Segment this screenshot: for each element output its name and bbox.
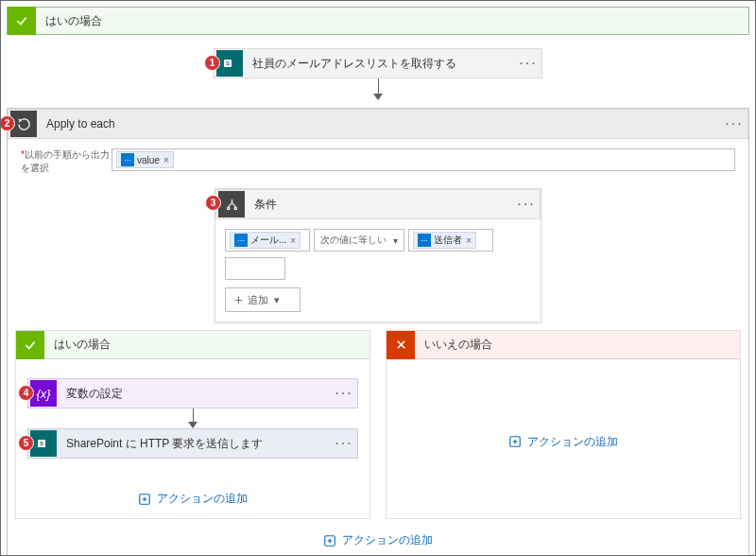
arrow-down-icon: [373, 78, 383, 100]
remove-token-icon[interactable]: ×: [163, 155, 169, 165]
svg-point-2: [227, 207, 230, 210]
condition-icon: [218, 191, 245, 217]
token-text: value: [137, 155, 160, 165]
field-label: *以前の手順から出力を選択: [21, 148, 112, 175]
condition-title: 条件: [247, 197, 513, 213]
sharepoint-icon: S: [30, 430, 57, 457]
add-action-link[interactable]: アクションの追加: [138, 491, 248, 507]
add-action-label: アクションの追加: [342, 532, 433, 548]
more-icon[interactable]: ···: [331, 435, 357, 452]
step-title: 社員のメールアドレスリストを取得する: [245, 56, 515, 72]
outer-yes-label: はいの場合: [36, 13, 102, 29]
condition-row: ⋯ メール... × 次の値に等しい ▾ ⋯ 送信者: [225, 229, 531, 252]
add-condition-button[interactable]: 追加 ▾: [225, 287, 301, 312]
condition-right-input[interactable]: ⋯ 送信者 ×: [408, 229, 493, 252]
condition-header[interactable]: 条件 ···: [215, 189, 541, 219]
step-title: 変数の設定: [59, 386, 331, 402]
check-icon: [16, 331, 44, 359]
add-action-label: アクションの追加: [157, 491, 248, 507]
branch-yes-label: はいの場合: [44, 337, 111, 353]
condition-card: 条件 ··· ⋯ メール... × 次の値に等しい: [215, 188, 541, 322]
dynamic-content-icon: ⋯: [121, 153, 134, 166]
condition-left-input[interactable]: ⋯ メール... ×: [225, 229, 310, 252]
branch-no: いいえの場合 アクションの追加: [386, 330, 741, 519]
branch-yes: はいの場合 4 {x} 変数の設定 ··· 5: [15, 330, 370, 519]
branch-yes-header: はいの場合: [16, 331, 369, 359]
token-sender[interactable]: ⋯ 送信者 ×: [413, 232, 476, 249]
more-icon[interactable]: ···: [721, 115, 747, 132]
add-action-link[interactable]: アクションの追加: [323, 532, 433, 548]
remove-token-icon[interactable]: ×: [290, 235, 296, 246]
svg-text:S: S: [226, 61, 230, 66]
token-text: メール...: [250, 234, 286, 247]
remove-token-icon[interactable]: ×: [466, 235, 472, 246]
token-value[interactable]: ⋯ value ×: [116, 151, 174, 168]
step-get-employee-emails[interactable]: 1 S 社員のメールアドレスリストを取得する ···: [214, 48, 542, 78]
more-icon[interactable]: ···: [331, 385, 357, 402]
apply-to-each-container: 2 Apply to each ··· *以前の手順から出力を選択 ⋯ valu…: [7, 108, 749, 556]
check-icon: [8, 7, 36, 35]
operator-text: 次の値に等しい: [320, 234, 387, 247]
add-label: 追加: [248, 293, 268, 307]
variable-icon: {x}: [30, 380, 57, 407]
branch-no-header: いいえの場合: [387, 331, 740, 359]
add-action-label: アクションの追加: [527, 434, 618, 450]
apply-to-each-header[interactable]: Apply to each ···: [8, 109, 748, 139]
add-action-link[interactable]: アクションの追加: [508, 434, 618, 450]
outer-yes-header: はいの場合: [7, 7, 749, 35]
arrow-down-icon: [188, 408, 198, 428]
marker-3: 3: [205, 195, 221, 211]
step-sharepoint-http[interactable]: 5 S SharePoint に HTTP 要求を送信します ···: [27, 428, 358, 459]
marker-1: 1: [204, 55, 220, 71]
step-title: SharePoint に HTTP 要求を送信します: [59, 436, 331, 452]
svg-text:S: S: [40, 441, 43, 446]
chevron-down-icon: ▾: [393, 235, 398, 246]
token-email[interactable]: ⋯ メール... ×: [230, 232, 301, 249]
chevron-down-icon: ▾: [274, 294, 280, 306]
more-icon[interactable]: ···: [515, 55, 541, 72]
more-icon[interactable]: ···: [513, 196, 540, 213]
marker-4: 4: [18, 385, 34, 401]
foreach-output-input[interactable]: ⋯ value ×: [112, 148, 735, 171]
flow-canvas: はいの場合 1 S 社員のメールアドレスリストを取得する ··· 2 Apply…: [0, 0, 756, 556]
token-text: 送信者: [434, 234, 462, 247]
close-icon: [387, 331, 415, 359]
condition-branches: はいの場合 4 {x} 変数の設定 ··· 5: [8, 322, 748, 519]
dynamic-content-icon: ⋯: [234, 234, 248, 247]
dynamic-content-icon: ⋯: [418, 234, 431, 247]
condition-operator-select[interactable]: 次の値に等しい ▾: [314, 229, 404, 252]
sharepoint-icon: S: [216, 50, 243, 77]
apply-to-each-title: Apply to each: [39, 117, 721, 130]
foreach-input-row: *以前の手順から出力を選択 ⋯ value ×: [21, 148, 735, 175]
condition-extra-slot[interactable]: [225, 257, 285, 280]
marker-5: 5: [18, 435, 34, 451]
step-set-variable[interactable]: 4 {x} 変数の設定 ···: [27, 378, 358, 408]
svg-point-3: [234, 207, 237, 210]
branch-no-label: いいえの場合: [415, 337, 492, 353]
